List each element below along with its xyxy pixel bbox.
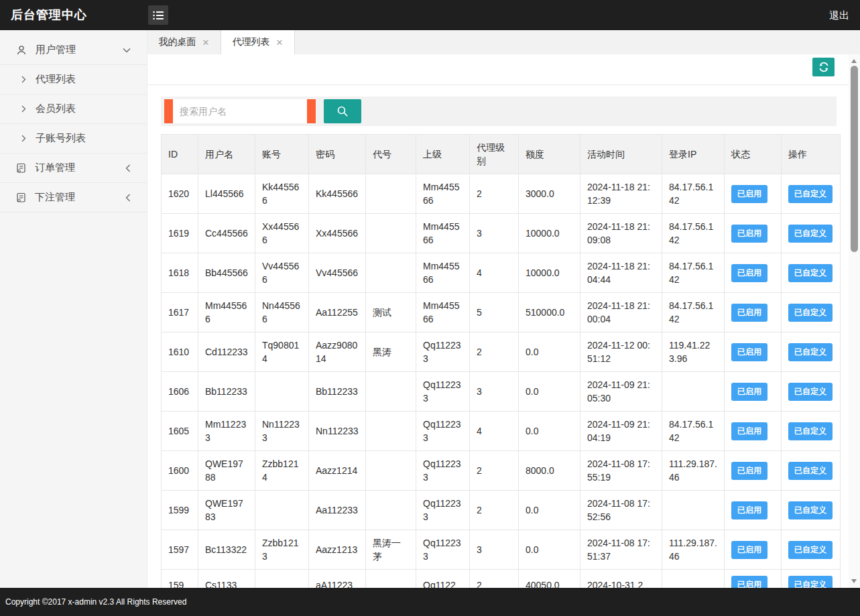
cell-1: QWE19788 xyxy=(198,451,255,491)
cell-9: 84.17.56.142 xyxy=(662,214,725,253)
sidebar-group-2[interactable]: 下注管理 xyxy=(0,183,147,212)
cell-6: 2 xyxy=(470,174,519,214)
status-enabled-button[interactable]: 已启用 xyxy=(731,501,767,519)
cell-1: Mm112233 xyxy=(198,412,255,451)
cell-1: Ll445566 xyxy=(198,174,255,214)
status-enabled-button[interactable]: 已启用 xyxy=(731,185,767,203)
action-customized-button[interactable]: 已自定义 xyxy=(788,304,833,322)
cell-status: 已启用 xyxy=(725,214,782,253)
sidebar-group-1[interactable]: 订单管理 xyxy=(0,153,147,183)
cell-0: 159 xyxy=(162,570,198,589)
search-button[interactable] xyxy=(324,99,361,123)
action-customized-button[interactable]: 已自定义 xyxy=(788,343,833,361)
cell-action: 已自定义 xyxy=(782,530,841,570)
action-customized-button[interactable]: 已自定义 xyxy=(788,185,833,203)
vertical-scrollbar[interactable] xyxy=(849,54,860,588)
chevron-left-icon xyxy=(125,164,131,172)
cell-status: 已启用 xyxy=(725,253,782,293)
table-row: 1619Cc445566Xx445566Xx445566Mm4455663100… xyxy=(162,214,841,253)
cell-6: 3 xyxy=(470,214,519,253)
action-customized-button[interactable]: 已自定义 xyxy=(788,576,833,588)
status-enabled-button[interactable]: 已启用 xyxy=(731,576,767,588)
cell-5: Qq1122 xyxy=(416,570,470,589)
action-customized-button[interactable]: 已自定义 xyxy=(788,422,833,440)
chevron-left-icon xyxy=(125,194,131,202)
action-customized-button[interactable]: 已自定义 xyxy=(788,383,833,401)
tab-close-icon[interactable]: ✕ xyxy=(276,38,284,48)
scroll-up-arrow-icon[interactable] xyxy=(851,59,857,63)
search-icon xyxy=(336,105,349,118)
cell-1: Mm445566 xyxy=(198,293,255,332)
status-enabled-button[interactable]: 已启用 xyxy=(731,541,767,559)
cell-status: 已启用 xyxy=(725,530,782,570)
cell-4 xyxy=(366,491,416,530)
table-row: 1600QWE19788Zzbb1214Aazz1214Qq1122332800… xyxy=(162,451,841,491)
cell-5: Qq112233 xyxy=(416,412,470,451)
toolbar xyxy=(147,54,849,85)
action-customized-button[interactable]: 已自定义 xyxy=(788,541,833,559)
status-enabled-button[interactable]: 已启用 xyxy=(731,422,767,440)
cell-3: Nn112233 xyxy=(309,412,366,451)
sidebar-item-0-2[interactable]: 子账号列表 xyxy=(0,124,147,153)
cell-3: Vv445566 xyxy=(309,253,366,293)
chevron-right-icon xyxy=(21,105,26,113)
status-enabled-button[interactable]: 已启用 xyxy=(731,304,767,322)
sidebar: 用户管理代理列表会员列表子账号列表订单管理下注管理 xyxy=(0,30,147,588)
logout-link[interactable]: 退出 xyxy=(829,0,849,30)
action-customized-button[interactable]: 已自定义 xyxy=(788,501,833,519)
cell-1: Bc113322 xyxy=(198,530,255,570)
main-content: ID用户名账号密码代号上级代理级别额度活动时间登录IP状态操作 1620Ll44… xyxy=(147,54,849,588)
refresh-button[interactable] xyxy=(812,58,835,76)
table-row: 1597Bc113322Zzbb1213Aazz1213黑涛一茅Qq112233… xyxy=(162,530,841,570)
sidebar-group-label: 用户管理 xyxy=(36,44,76,56)
search-input[interactable] xyxy=(173,99,307,123)
cell-2: Kk445566 xyxy=(255,174,309,214)
cell-9: 84.17.56.142 xyxy=(662,293,725,332)
action-customized-button[interactable]: 已自定义 xyxy=(788,462,833,480)
cell-action: 已自定义 xyxy=(782,253,841,293)
cell-8: 2024-11-08 17:51:37 xyxy=(580,530,662,570)
hamburger-icon xyxy=(153,11,164,20)
cell-8: 2024-11-18 21:00:04 xyxy=(580,293,662,332)
cell-6: 2 xyxy=(470,491,519,530)
cell-status: 已启用 xyxy=(725,570,782,589)
scrollbar-thumb[interactable] xyxy=(851,66,858,252)
cell-7: 10000.0 xyxy=(519,253,580,293)
sidebar-toggle-button[interactable] xyxy=(148,5,168,25)
cell-3: aA11223 xyxy=(309,570,366,589)
cell-2: Nn445566 xyxy=(255,293,309,332)
sidebar-item-0-1[interactable]: 会员列表 xyxy=(0,95,147,124)
agent-table: ID用户名账号密码代号上级代理级别额度活动时间登录IP状态操作 1620Ll44… xyxy=(161,134,841,588)
copyright-text: Copyright ©2017 x-admin v2.3 All Rights … xyxy=(5,597,186,607)
scroll-down-arrow-icon[interactable] xyxy=(851,579,857,583)
cell-2: Vv445566 xyxy=(255,253,309,293)
cell-0: 1599 xyxy=(162,491,198,530)
table-row: 1605Mm112233Nn112233Nn112233Qq11223340.0… xyxy=(162,412,841,451)
tab-label: 代理列表 xyxy=(233,36,270,48)
status-enabled-button[interactable]: 已启用 xyxy=(731,264,767,282)
sidebar-item-0-0[interactable]: 代理列表 xyxy=(0,65,147,95)
cell-1: Cd112233 xyxy=(198,332,255,372)
cell-6: 4 xyxy=(470,412,519,451)
cell-1: Cc445566 xyxy=(198,214,255,253)
tab-0[interactable]: 我的桌面✕ xyxy=(147,30,221,54)
column-header-2: 账号 xyxy=(255,135,309,174)
status-enabled-button[interactable]: 已启用 xyxy=(731,383,767,401)
cell-4: 黑涛 xyxy=(366,332,416,372)
status-enabled-button[interactable]: 已启用 xyxy=(731,462,767,480)
cell-status: 已启用 xyxy=(725,451,782,491)
table-row: 159Cs1133aA11223Qq1122240050.02024-10-31… xyxy=(162,570,841,589)
status-enabled-button[interactable]: 已启用 xyxy=(731,343,767,361)
cell-5: Mm445566 xyxy=(416,214,470,253)
cell-5: Qq112233 xyxy=(416,491,470,530)
action-customized-button[interactable]: 已自定义 xyxy=(788,225,833,243)
cell-1: Bb112233 xyxy=(198,372,255,412)
cell-9: 84.17.56.142 xyxy=(662,174,725,214)
tab-1[interactable]: 代理列表✕ xyxy=(221,30,295,54)
action-customized-button[interactable]: 已自定义 xyxy=(788,264,833,282)
cell-4 xyxy=(366,412,416,451)
tab-close-icon[interactable]: ✕ xyxy=(202,38,210,48)
status-enabled-button[interactable]: 已启用 xyxy=(731,225,767,243)
sidebar-group-0[interactable]: 用户管理 xyxy=(0,36,147,65)
column-header-1: 用户名 xyxy=(198,135,255,174)
